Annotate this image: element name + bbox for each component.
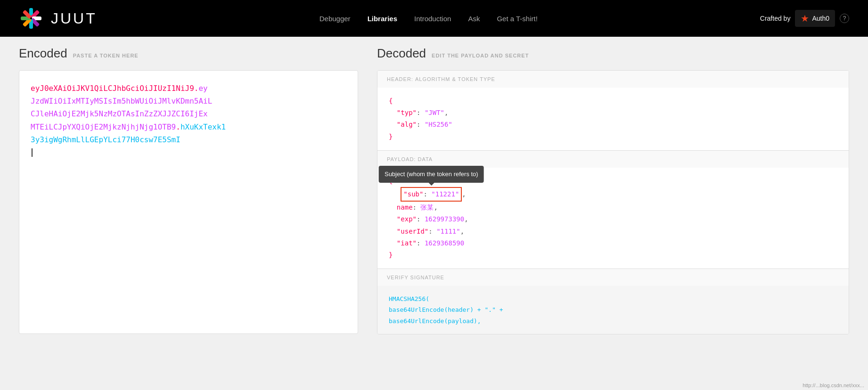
main-content: Encoded PASTE A TOKEN HERE eyJ0eXAiOiJKV… xyxy=(0,37,868,390)
help-icon[interactable]: ? xyxy=(840,14,849,23)
nav-ask[interactable]: Ask xyxy=(468,15,480,23)
token-part3a: hXuKxTexk1 xyxy=(180,122,226,131)
logo-icon xyxy=(19,6,43,31)
close-brace-payload: } xyxy=(389,251,393,259)
nav-tshirt[interactable]: Get a T-shirt! xyxy=(497,15,537,23)
nav-introduction[interactable]: Introduction xyxy=(414,15,451,23)
name-key: name xyxy=(397,203,413,211)
userId-key: "userId" xyxy=(397,228,428,235)
verify-line3: base64UrlEncode(payload), xyxy=(389,317,481,325)
decoded-subtitle: EDIT THE PAYLOAD AND SECRET xyxy=(432,53,529,58)
alg-key: "alg" xyxy=(397,121,417,128)
sub-field-wrapper: "sub": "11221" Subject (whom the token r… xyxy=(401,187,462,202)
auth0-label: Auth0 xyxy=(812,15,829,22)
token-part2a: ey xyxy=(198,84,207,93)
token-part3b: 3y3igWgRhmLlLGEpYLci77H0csw7E5SmI xyxy=(31,135,180,144)
encoded-box[interactable]: eyJ0eXAiOiJKV1QiLCJhbGciOiJIUzI1NiJ9.ey … xyxy=(19,70,358,334)
token-part2d: MTEiLCJpYXQiOjE2MjkzNjhjNjg1OTB9 xyxy=(31,122,176,131)
header-section-header: HEADER: ALGORITHM & TOKEN TYPE xyxy=(377,71,849,88)
typ-key: "typ" xyxy=(397,109,417,116)
name-val: 张某 xyxy=(420,203,434,211)
verify-line1: HMACSHA256( xyxy=(389,295,429,302)
verify-label: VERIFY SIGNATURE xyxy=(387,275,444,280)
colon1: : xyxy=(417,109,425,116)
verify-section-body[interactable]: HMACSHA256( base64UrlEncode(header) + ".… xyxy=(377,286,849,334)
close-brace-header: } xyxy=(389,133,393,140)
token-part2c: CJleHAiOjE2Mjk5NzMzOTAsInZzZXJJZCI6IjEx xyxy=(31,109,208,118)
encoded-title: Encoded xyxy=(19,46,67,61)
payload-section-header: PAYLOAD: DATA xyxy=(377,151,849,168)
sub-val: "11221" xyxy=(431,190,459,198)
header-left: JUUT xyxy=(19,6,97,31)
crafted-by-label: Crafted by xyxy=(760,15,791,22)
cursor xyxy=(32,148,33,157)
sub-key: "sub" xyxy=(403,190,423,198)
header-section-body[interactable]: { "typ": "JWT", "alg": "HS256" } xyxy=(377,88,849,150)
auth0-star-icon: ★ xyxy=(801,13,809,24)
dot2: . xyxy=(176,122,180,131)
payload-section: PAYLOAD: DATA { "sub": "11221" Subject (… xyxy=(377,151,849,269)
panel-decoded: Decoded EDIT THE PAYLOAD AND SECRET HEAD… xyxy=(377,46,849,381)
alg-val: "HS256" xyxy=(425,121,452,128)
decoded-sections: HEADER: ALGORITHM & TOKEN TYPE { "typ": … xyxy=(377,70,849,334)
nav-libraries[interactable]: Libraries xyxy=(368,15,397,23)
exp-key: "exp" xyxy=(397,215,417,223)
auth0-badge: ★ Auth0 xyxy=(795,10,835,27)
verify-line2: base64UrlEncode(header) + "." + xyxy=(389,306,503,313)
token-part2b: JzdWIiOiIxMTIyMSIsIm5hbWUiOiJMlvKDmn5AiL xyxy=(31,97,212,106)
header: JUUT Debugger Libraries Introduction Ask… xyxy=(0,0,868,37)
verify-section: VERIFY SIGNATURE HMACSHA256( base64UrlEn… xyxy=(377,269,849,334)
open-brace-header: { xyxy=(389,97,393,105)
token-part1: eyJ0eXAiOiJKV1QiLCJhbGciOiJIUzI1NiJ9 xyxy=(31,84,194,93)
payload-section-body[interactable]: { "sub": "11221" Subject (whom the token… xyxy=(377,168,849,268)
sub-tooltip: Subject (whom the token refers to) xyxy=(379,166,484,182)
encoded-text: eyJ0eXAiOiJKV1QiLCJhbGciOiJIUzI1NiJ9.ey … xyxy=(31,82,346,159)
header-label: HEADER: xyxy=(387,76,413,82)
userId-val: "1111" xyxy=(436,228,460,235)
payload-label: PAYLOAD: xyxy=(387,156,416,162)
sub-highlighted: "sub": "11221" xyxy=(401,187,462,202)
logo-text: JUUT xyxy=(51,10,97,27)
encoded-subtitle: PASTE A TOKEN HERE xyxy=(73,53,139,58)
typ-val: "JWT" xyxy=(425,109,444,116)
iat-key: "iat" xyxy=(397,239,417,247)
header-section: HEADER: ALGORITHM & TOKEN TYPE { "typ": … xyxy=(377,71,849,151)
dot1: . xyxy=(194,84,199,93)
exp-val: 1629973390 xyxy=(425,215,464,223)
iat-val: 1629368590 xyxy=(425,239,464,247)
nav: Debugger Libraries Introduction Ask Get … xyxy=(319,15,538,23)
header-sublabel: ALGORITHM & TOKEN TYPE xyxy=(415,76,495,82)
url-bar: http://...blog.csdn.net/xxx... xyxy=(802,382,864,388)
nav-debugger[interactable]: Debugger xyxy=(319,15,351,23)
decoded-title: Decoded xyxy=(377,46,426,61)
header-right: Crafted by ★ Auth0 ? xyxy=(760,10,849,27)
panel-encoded: Encoded PASTE A TOKEN HERE eyJ0eXAiOiJKV… xyxy=(19,46,377,381)
payload-sublabel: DATA xyxy=(418,156,433,162)
verify-section-header: VERIFY SIGNATURE xyxy=(377,269,849,286)
